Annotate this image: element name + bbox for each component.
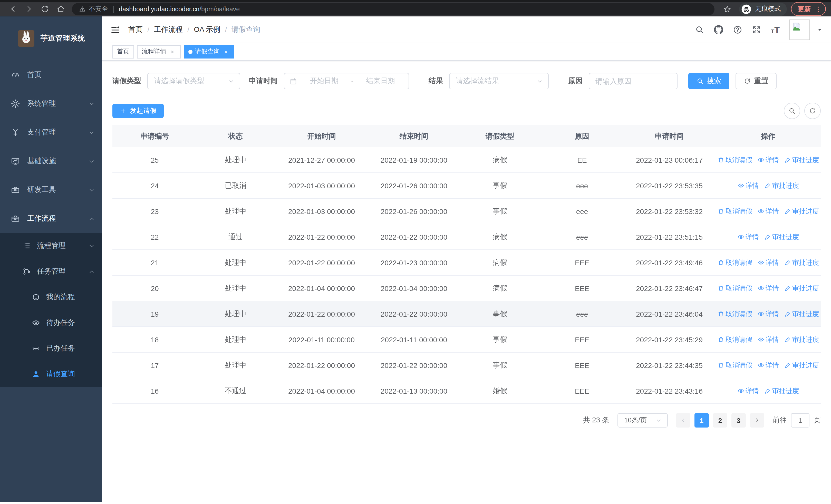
pen-icon: [784, 336, 791, 343]
close-icon[interactable]: ×: [169, 48, 176, 55]
security-label[interactable]: 不安全: [89, 5, 108, 13]
reason-label: 原因: [568, 77, 582, 86]
reset-button[interactable]: 重置: [736, 73, 777, 89]
detail-link[interactable]: 详情: [757, 207, 779, 216]
cancel-leave-link[interactable]: 取消请假: [717, 207, 752, 216]
cancel-leave-link[interactable]: 取消请假: [717, 284, 752, 293]
start-date-placeholder[interactable]: 开始日期: [301, 77, 347, 86]
audit-progress-link[interactable]: 审批进度: [784, 258, 819, 267]
detail-link[interactable]: 详情: [757, 309, 779, 319]
chevron-left-icon: [680, 417, 686, 423]
sidebar-submenu-item[interactable]: 我的流程: [0, 284, 102, 310]
detail-link[interactable]: 详情: [737, 386, 759, 395]
sidebar-menu-item[interactable]: 工作流程: [0, 204, 102, 233]
audit-progress-link[interactable]: 审批进度: [784, 207, 819, 216]
cell-apply-time: 2022-01-22 23:43:16: [623, 387, 716, 395]
breadcrumb-item[interactable]: OA 示例: [194, 25, 221, 34]
menu-item-label: 工作流程: [27, 214, 56, 223]
end-date-placeholder[interactable]: 结束日期: [358, 77, 403, 86]
sidebar-menu-item[interactable]: 系统管理: [0, 89, 102, 118]
sidebar-menu-item[interactable]: 基础设施: [0, 147, 102, 176]
help-question-icon[interactable]: [733, 25, 742, 34]
audit-progress-link[interactable]: 审批进度: [764, 386, 799, 395]
page-button-3[interactable]: 3: [732, 413, 746, 427]
browser-reload-icon[interactable]: [40, 5, 49, 13]
create-leave-button[interactable]: 发起请假: [112, 104, 164, 118]
close-icon[interactable]: ×: [222, 48, 229, 55]
view-tab[interactable]: 首页: [112, 45, 134, 58]
detail-link[interactable]: 详情: [737, 181, 759, 190]
table-toolbar: 发起请假: [112, 102, 821, 119]
next-page-button[interactable]: [750, 413, 764, 427]
browser-home-icon[interactable]: [56, 5, 65, 13]
goto-page-input[interactable]: [791, 413, 809, 427]
cell-reason: EEE: [541, 361, 623, 369]
cancel-leave-link[interactable]: 取消请假: [717, 335, 752, 344]
eye-icon: [757, 156, 764, 163]
cell-end-time: 2022-01-11 00:00:00: [369, 335, 459, 344]
detail-link[interactable]: 详情: [737, 232, 759, 241]
page-size-select[interactable]: 10条/页: [618, 413, 668, 427]
detail-link[interactable]: 详情: [757, 258, 779, 267]
header-search-icon[interactable]: [695, 25, 704, 34]
audit-progress-link[interactable]: 审批进度: [784, 309, 819, 319]
sidebar-menu-item[interactable]: 首页: [0, 61, 102, 89]
audit-progress-link[interactable]: 审批进度: [784, 155, 819, 165]
sidebar-submenu-item[interactable]: 已办任务: [0, 336, 102, 361]
submenu-item-label: 请假查询: [46, 369, 75, 379]
breadcrumb-item[interactable]: 工作流程: [154, 25, 183, 34]
audit-progress-link[interactable]: 审批进度: [764, 181, 799, 190]
apply-time-range-picker[interactable]: 开始日期 - 结束日期: [284, 73, 409, 89]
user-avatar[interactable]: [790, 20, 810, 40]
page-button-2[interactable]: 2: [713, 413, 727, 427]
pen-icon: [784, 362, 791, 368]
sidebar-menu-item[interactable]: 支付管理: [0, 118, 102, 147]
menu-item-label: 基础设施: [27, 156, 56, 166]
toggle-search-button[interactable]: [784, 102, 800, 119]
leave-type-select[interactable]: 请选择请假类型: [147, 73, 240, 89]
view-tab[interactable]: 请假查询 ×: [184, 45, 234, 58]
audit-progress-link[interactable]: 审批进度: [784, 360, 819, 370]
refresh-table-button[interactable]: [804, 102, 821, 119]
result-select[interactable]: 请选择流结果: [449, 73, 549, 89]
sidebar-submenu-item[interactable]: 请假查询: [0, 361, 102, 387]
audit-progress-link[interactable]: 审批进度: [784, 335, 819, 344]
sidebar-submenu-item[interactable]: 待办任务: [0, 310, 102, 336]
detail-link[interactable]: 详情: [757, 335, 779, 344]
detail-link[interactable]: 详情: [757, 155, 779, 165]
view-tab[interactable]: 流程详情 ×: [137, 45, 181, 58]
browser-back-icon[interactable]: [9, 5, 18, 13]
search-button[interactable]: 搜索: [688, 73, 729, 89]
cell-actions: 详情 审批进度: [716, 181, 821, 190]
github-icon[interactable]: [714, 25, 723, 34]
browser-update-button[interactable]: 更新: [791, 2, 826, 16]
sidebar-menu-item[interactable]: 研发工具: [0, 176, 102, 204]
cancel-leave-link[interactable]: 取消请假: [717, 258, 752, 267]
monitor-icon: [11, 156, 20, 166]
cancel-leave-link[interactable]: 取消请假: [717, 309, 752, 319]
browser-forward-icon[interactable]: [25, 5, 33, 13]
cancel-leave-link[interactable]: 取消请假: [717, 360, 752, 370]
reason-input[interactable]: [589, 77, 677, 85]
detail-link[interactable]: 详情: [757, 360, 779, 370]
cell-start-time: 2022-01-22 00:00:00: [274, 310, 369, 318]
fullscreen-icon[interactable]: [752, 25, 761, 34]
sidebar-collapse-icon[interactable]: [110, 25, 120, 35]
sidebar-submenu-item[interactable]: 流程管理: [0, 233, 102, 259]
breadcrumb-item[interactable]: 首页: [128, 25, 143, 34]
cancel-leave-link[interactable]: 取消请假: [717, 155, 752, 165]
address-bar[interactable]: 不安全 dashboard.yudao.iocoder.cn/bpm/oa/le…: [72, 3, 715, 15]
cell-leave-type: 病假: [459, 284, 541, 293]
audit-progress-link[interactable]: 审批进度: [764, 232, 799, 241]
sidebar-submenu-item[interactable]: 任务管理: [0, 259, 102, 284]
font-size-icon[interactable]: TT: [771, 25, 780, 34]
app-logo[interactable]: 芋道管理系统: [0, 17, 102, 61]
audit-progress-link[interactable]: 审批进度: [784, 284, 819, 293]
page-button-1[interactable]: 1: [694, 413, 709, 427]
browser-menu-kebab-icon[interactable]: [815, 5, 822, 12]
bookmark-star-icon[interactable]: [723, 5, 732, 13]
gauge-icon: [11, 70, 20, 80]
prev-page-button[interactable]: [676, 413, 690, 427]
avatar-caret-down-icon[interactable]: [816, 27, 823, 33]
detail-link[interactable]: 详情: [757, 284, 779, 293]
